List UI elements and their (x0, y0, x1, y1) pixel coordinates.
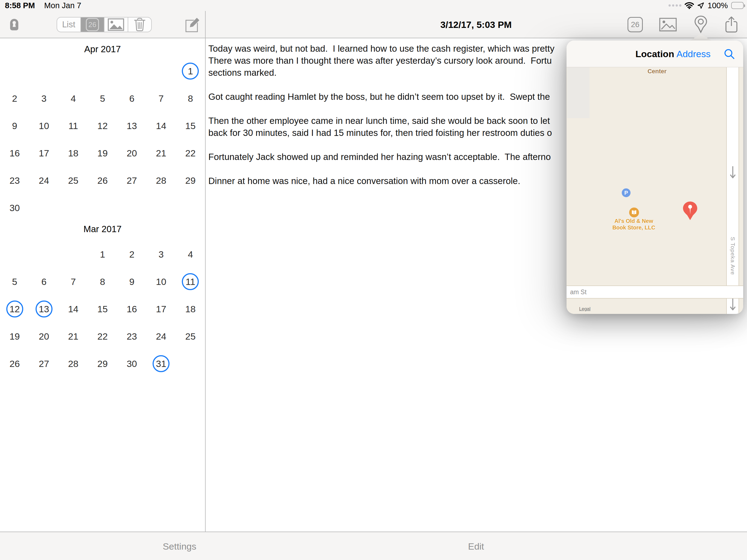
calendar-cell: 2 (117, 240, 147, 268)
calendar-day[interactable]: 1 (94, 246, 111, 263)
calendar-cell: 30 (117, 350, 147, 377)
calendar-cell-empty (29, 57, 58, 85)
calendar-day-circled[interactable]: 11 (182, 273, 199, 290)
calendar-day[interactable]: 26 (6, 355, 23, 372)
calendar-day[interactable]: 13 (123, 117, 140, 134)
calendar-day[interactable]: 6 (123, 90, 140, 107)
calendar-day[interactable]: 14 (153, 117, 170, 134)
calendar-cell: 23 (0, 167, 29, 194)
dropped-pin[interactable] (682, 201, 698, 221)
calendar-day[interactable]: 16 (6, 145, 23, 161)
calendar-day[interactable]: 22 (94, 328, 111, 345)
calendar-cell: 11 (58, 112, 88, 139)
calendar-day[interactable]: 22 (182, 145, 199, 161)
calendar-day[interactable]: 23 (6, 172, 23, 189)
calendar-day[interactable]: 9 (123, 273, 140, 290)
calendar-day[interactable]: 3 (35, 90, 52, 107)
calendar-day[interactable]: 16 (123, 301, 140, 317)
calendar-cell: 28 (147, 167, 176, 194)
calendar-cell: 25 (58, 167, 88, 194)
calendar-day[interactable]: 11 (65, 117, 82, 134)
calendar-day[interactable]: 28 (65, 355, 82, 372)
calendar-day[interactable]: 26 (94, 172, 111, 189)
share-button[interactable] (720, 11, 742, 38)
calendar-day[interactable]: 21 (153, 145, 170, 161)
calendar-day[interactable]: 18 (182, 301, 199, 317)
map-road-vertical: S Topeka Ave (726, 67, 739, 314)
calendar-day[interactable]: 10 (35, 117, 52, 134)
calendar-day[interactable]: 9 (6, 117, 23, 134)
calendar-day[interactable]: 24 (153, 328, 170, 345)
poi-book-pin[interactable] (629, 207, 639, 218)
calendar-day[interactable]: 15 (94, 301, 111, 317)
edit-button[interactable]: Edit (205, 532, 747, 560)
calendar-day[interactable]: 7 (65, 273, 82, 290)
calendar-day[interactable]: 4 (182, 246, 199, 263)
calendar-cell: 27 (117, 167, 147, 194)
calendar-cell: 25 (176, 323, 205, 350)
calendar-day[interactable]: 18 (65, 145, 82, 161)
calendar-day[interactable]: 14 (65, 301, 82, 317)
calendar-cell: 7 (147, 85, 176, 112)
calendar-day-circled[interactable]: 1 (182, 62, 199, 80)
parking-pin[interactable]: P (622, 188, 630, 197)
calendar-day[interactable]: 20 (35, 328, 52, 345)
calendar-day[interactable]: 29 (182, 172, 199, 189)
calendar-day[interactable]: 29 (94, 355, 111, 372)
photos-button[interactable] (657, 11, 679, 38)
calendar-day[interactable]: 17 (153, 301, 170, 317)
calendar-day-circled[interactable]: 31 (153, 355, 170, 372)
calendar-day[interactable]: 5 (6, 273, 23, 290)
calendar-day[interactable]: 8 (94, 273, 111, 290)
calendar-cell: 9 (0, 112, 29, 139)
legal-link[interactable]: Legal (579, 306, 591, 312)
segment-calendar[interactable]: 26 (81, 18, 105, 32)
segment-trash[interactable] (128, 18, 152, 32)
map-area-label: Center (647, 68, 667, 75)
settings-button[interactable]: Settings (0, 532, 205, 560)
calendar-day[interactable]: 17 (35, 145, 52, 161)
calendar-cell: 14 (58, 295, 88, 323)
calendar-cell: 26 (88, 167, 117, 194)
calendar-day[interactable]: 3 (153, 246, 170, 263)
calendar-day[interactable]: 5 (94, 90, 111, 107)
map[interactable]: Center S Topeka Ave am St Legal P (567, 67, 743, 314)
calendar-cell-empty (88, 57, 117, 85)
calendar-day[interactable]: 30 (6, 199, 23, 216)
calendar-day[interactable]: 6 (35, 273, 52, 290)
calendar-cell: 10 (29, 112, 58, 139)
calendar-cell: 3 (29, 85, 58, 112)
calendar-day[interactable]: 19 (94, 145, 111, 161)
calendar-day[interactable]: 19 (6, 328, 23, 345)
lock-button[interactable] (10, 17, 19, 32)
calendar-day[interactable]: 4 (65, 90, 82, 107)
calendar-day[interactable]: 27 (35, 355, 52, 372)
address-button[interactable]: Address (676, 41, 711, 67)
calendar-day[interactable]: 27 (123, 172, 140, 189)
calendar-day[interactable]: 8 (182, 90, 199, 107)
segment-list[interactable]: List (57, 18, 81, 32)
calendar-day[interactable]: 25 (65, 172, 82, 189)
calendar-cell: 29 (176, 167, 205, 194)
calendar-day[interactable]: 20 (123, 145, 140, 161)
search-button[interactable] (723, 48, 736, 60)
calendar-day[interactable]: 2 (6, 90, 23, 107)
calendar-day[interactable]: 12 (94, 117, 111, 134)
segment-photos[interactable] (104, 18, 128, 32)
calendar-day[interactable]: 21 (65, 328, 82, 345)
calendar-day[interactable]: 23 (123, 328, 140, 345)
calendar-day[interactable]: 15 (182, 117, 199, 134)
calendar-day-circled[interactable]: 12 (6, 301, 23, 317)
calendar-day[interactable]: 2 (123, 246, 140, 263)
calendar-view-button[interactable]: 26 (624, 11, 646, 38)
battery-icon (731, 2, 744, 9)
calendar-day[interactable]: 28 (153, 172, 170, 189)
compose-button[interactable] (184, 16, 202, 33)
calendar-day[interactable]: 25 (182, 328, 199, 345)
calendar-day-circled[interactable]: 13 (35, 301, 52, 317)
calendar-day[interactable]: 7 (153, 90, 170, 107)
calendar-day[interactable]: 24 (35, 172, 52, 189)
calendar-cell-empty (117, 57, 147, 85)
calendar-day[interactable]: 30 (123, 355, 140, 372)
calendar-day[interactable]: 10 (153, 273, 170, 290)
